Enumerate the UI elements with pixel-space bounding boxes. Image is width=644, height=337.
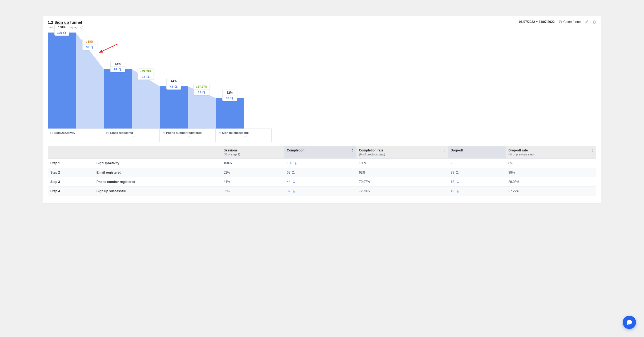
col-completion-rate[interactable]: Completion rate ▲▼ (% of previous step): [356, 146, 448, 159]
dropoff-rate-cell: 27.27%: [506, 187, 596, 196]
clone-funnel-button[interactable]: Clone funnel: [558, 20, 581, 24]
completion-link[interactable]: 32: [287, 189, 295, 193]
bar-count[interactable]: 32: [225, 97, 235, 100]
event-icon: [162, 131, 165, 134]
filter-icon[interactable]: [202, 91, 206, 94]
funnel-step-label[interactable]: Sign up successful⋯: [216, 129, 272, 142]
drop-percent: ↓27.27%: [196, 85, 208, 88]
bar-count[interactable]: 62: [113, 68, 123, 71]
ellipsis-icon: ⋯: [222, 135, 269, 138]
dropoff-rate-cell: 29.03%: [506, 177, 596, 187]
step-name: Sign up successful: [94, 187, 221, 196]
refresh-icon[interactable]: [80, 26, 83, 29]
col-completion[interactable]: Completion ▲▼: [284, 146, 356, 159]
bar-count[interactable]: 100: [57, 31, 67, 34]
dropoff-link[interactable]: 12: [450, 189, 458, 193]
svg-rect-19: [51, 132, 53, 134]
dropoff-rate-cell: 0%: [506, 159, 596, 168]
activity-icon: [50, 131, 53, 134]
date-range[interactable]: 01/07/2022 ~ 31/07/2022: [519, 20, 555, 24]
funnel-table: Sessions (% of step 1) Completion ▲▼ Com…: [48, 146, 596, 196]
svg-rect-0: [560, 21, 561, 23]
table-row: Step 1SignUpActivity100%100 100%-0%: [48, 159, 596, 168]
completion-rate-cell: 72.73%: [356, 187, 448, 196]
step-name: Phone number registered: [94, 177, 221, 187]
completion-link[interactable]: 100: [287, 161, 297, 165]
page-title: 1.2 Sign up funnel: [48, 20, 83, 25]
funnel-table-wrap: Sessions (% of step 1) Completion ▲▼ Com…: [43, 142, 601, 203]
dropoff-link[interactable]: 38: [450, 171, 458, 174]
drop-percent: ↓38%: [85, 40, 95, 43]
sessions-cell: 62%: [221, 168, 284, 177]
completion-rate-cell: 100%: [356, 159, 448, 168]
funnel-step-label[interactable]: Email registered⋯: [104, 129, 160, 142]
step-number: Step 3: [48, 177, 94, 187]
completion-link[interactable]: 62: [287, 171, 295, 174]
filter-icon[interactable]: [230, 97, 234, 100]
filter-icon[interactable]: [456, 171, 459, 174]
funnel-step-label[interactable]: SignUpActivity: [48, 129, 104, 142]
sessions-cell: 44%: [221, 177, 284, 187]
drop-count[interactable]: 18: [140, 75, 152, 78]
bar-percent: 32%: [225, 91, 235, 94]
sessions-cell: 100%: [221, 159, 284, 168]
dropoff-rate-cell: 38%: [506, 168, 596, 177]
drop-percent: ↓29.03%: [140, 70, 152, 73]
sort-icon[interactable]: ▲▼: [443, 149, 445, 152]
ellipsis-icon: ⋯: [166, 135, 213, 138]
svg-marker-3: [76, 33, 104, 69]
event-icon: [106, 131, 109, 134]
filter-icon[interactable]: [293, 162, 297, 165]
event-icon: [218, 131, 221, 134]
step-number: Step 4: [48, 187, 94, 196]
bar-percent: 100%: [57, 26, 67, 29]
filter-icon[interactable]: [292, 190, 295, 193]
funnel-step-label[interactable]: Phone number registered⋯: [160, 129, 216, 142]
step-name: Email registered: [94, 168, 221, 177]
sort-icon[interactable]: ▲▼: [352, 149, 354, 152]
drop-count[interactable]: 12: [196, 91, 208, 94]
col-step: [48, 146, 221, 159]
completion-link[interactable]: 44: [287, 180, 295, 184]
filter-icon[interactable]: [292, 171, 295, 174]
delete-icon[interactable]: [593, 20, 596, 24]
col-dropoff[interactable]: Drop-off ▲▼: [448, 146, 506, 159]
step-name: SignUpActivity: [94, 159, 221, 168]
completion-rate-cell: 62%: [356, 168, 448, 177]
filter-icon[interactable]: [456, 190, 459, 193]
sort-icon[interactable]: ▲▼: [591, 149, 594, 152]
filter-icon[interactable]: [118, 68, 122, 71]
filter-icon[interactable]: [63, 31, 66, 34]
filter-icon[interactable]: [456, 180, 459, 183]
filter-icon[interactable]: [174, 85, 178, 88]
filter-icon[interactable]: [292, 180, 295, 183]
funnel-chart: 100%100 ↓38%38 62%62 ↓29.03%18 44%44 ↓27…: [43, 31, 601, 142]
table-row: Step 2Email registered62%62 62%38 38%: [48, 168, 596, 177]
bar-percent: 62%: [113, 62, 123, 65]
sessions-cell: 32%: [221, 187, 284, 196]
funnel-x-axis: SignUpActivityEmail registered⋯Phone num…: [48, 129, 272, 142]
funnel-card: 1.2 Sign up funnel Last updated: 1 day a…: [43, 16, 601, 204]
dropoff-link[interactable]: 18: [450, 180, 458, 184]
step-number: Step 2: [48, 168, 94, 177]
filter-icon[interactable]: [146, 75, 150, 78]
filter-icon[interactable]: [90, 46, 94, 49]
drop-count[interactable]: 38: [85, 46, 95, 49]
table-row: Step 4Sign up successful32%32 72.73%12 2…: [48, 187, 596, 196]
edit-icon[interactable]: [585, 20, 589, 24]
step-number: Step 1: [48, 159, 94, 168]
ellipsis-icon: ⋯: [110, 135, 158, 138]
sort-icon[interactable]: ▲▼: [501, 149, 503, 152]
bar-percent: 44%: [169, 79, 179, 83]
bar-count[interactable]: 44: [169, 85, 179, 88]
col-sessions[interactable]: Sessions (% of step 1): [221, 146, 284, 159]
completion-rate-cell: 70.97%: [356, 177, 448, 187]
table-row: Step 3Phone number registered44%44 70.97…: [48, 177, 596, 187]
card-header: 1.2 Sign up funnel Last updated: 1 day a…: [43, 16, 601, 31]
col-dropoff-rate[interactable]: Drop-off rate ▲▼ (% of previous step): [506, 146, 596, 159]
